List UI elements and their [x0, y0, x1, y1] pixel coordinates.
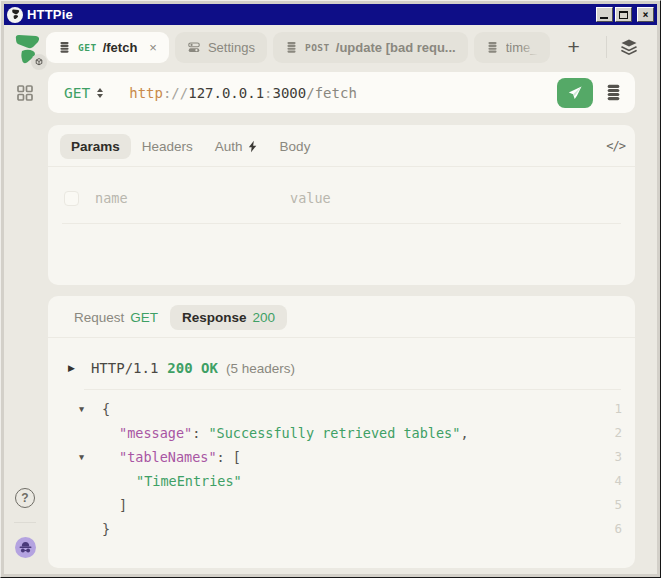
http-version: HTTP/1.1	[91, 360, 158, 376]
json-token: {	[102, 401, 110, 417]
sidebar-divider	[14, 522, 36, 523]
tab-response[interactable]: Response 200	[170, 305, 287, 330]
param-row-divider	[62, 223, 621, 224]
param-checkbox[interactable]	[64, 191, 79, 206]
plus-icon: +	[567, 35, 579, 59]
response-body: ▼ { 1 "message": "Successfully retrieved…	[48, 397, 635, 568]
database-icon	[605, 84, 622, 101]
tab-params[interactable]: Params	[60, 134, 131, 159]
method-dropdown-icon	[97, 88, 103, 98]
help-icon: ?	[21, 491, 28, 505]
settings-tab-label: Settings	[208, 40, 255, 55]
status-text: 200 OK	[167, 360, 218, 376]
sidebar: ?	[4, 25, 46, 574]
paper-plane-icon	[567, 85, 583, 101]
tab-method-label: POST	[305, 42, 330, 53]
grid-apps-button[interactable]	[15, 83, 35, 103]
httpie-logo[interactable]	[13, 34, 43, 68]
minimize-button[interactable]	[596, 7, 613, 22]
tab-auth[interactable]: Auth	[204, 134, 269, 159]
close-tab-icon[interactable]: ×	[149, 40, 157, 55]
param-row: name value	[64, 181, 621, 215]
url-host: 127.0.0.1	[188, 85, 264, 101]
new-tab-button[interactable]: +	[560, 33, 588, 61]
request-tab-fetch[interactable]: GET /fetch ×	[46, 32, 169, 63]
url-colon: :	[264, 85, 272, 101]
json-token: ]	[119, 497, 127, 513]
code-icon: </>	[606, 139, 625, 153]
tab-method-label: GET	[78, 42, 97, 53]
card-divider	[48, 337, 635, 338]
minimize-icon	[600, 17, 608, 19]
tab-path-label: /fetch	[103, 40, 138, 55]
settings-tab[interactable]: Settings	[175, 32, 267, 63]
param-value-input[interactable]: value	[290, 190, 621, 206]
help-button[interactable]: ?	[15, 488, 35, 508]
tabstrip-divider	[606, 36, 607, 58]
user-avatar[interactable]	[15, 537, 36, 558]
request-editor-card: Params Headers Auth Body	[48, 125, 635, 285]
fold-caret-icon[interactable]: ▼	[79, 397, 84, 421]
workspace-badge[interactable]	[31, 54, 47, 70]
fold-caret-icon[interactable]: ▼	[79, 445, 84, 469]
response-tab-label: Response	[182, 310, 247, 325]
collection-icon	[486, 41, 499, 54]
window-frame: HTTPie ×	[0, 0, 661, 578]
line-number: 3	[600, 445, 622, 469]
request-tab-label: Request	[74, 310, 124, 325]
saved-requests-button[interactable]	[601, 81, 625, 105]
environments-layers-button[interactable]	[615, 33, 643, 61]
url-port: 3000	[273, 85, 307, 101]
json-line: "message": "Successfully retrieved table…	[48, 421, 635, 445]
layers-icon	[620, 38, 638, 56]
lightning-bolt-icon	[248, 140, 258, 153]
json-string: "Successfully retrieved tables"	[208, 425, 460, 441]
params-tab-label: Params	[71, 139, 120, 154]
app-root: ?	[4, 25, 657, 574]
request-editor-tabs: Params Headers Auth Body	[60, 131, 625, 161]
response-tabs: Request GET Response 200	[62, 302, 625, 332]
json-string: "TimeEntries"	[136, 473, 242, 489]
line-number: 1	[600, 397, 622, 421]
status-line[interactable]: ▶ HTTP/1.1 200 OK (5 headers)	[68, 360, 621, 376]
tab-body[interactable]: Body	[269, 134, 322, 159]
headers-tab-label: Headers	[142, 139, 193, 154]
url-input[interactable]: http://127.0.0.1:3000/fetch	[129, 85, 557, 101]
line-number: 2	[600, 421, 622, 445]
auth-tab-label: Auth	[215, 139, 243, 154]
status-code-badge: 200	[253, 310, 276, 325]
line-number: 4	[600, 469, 622, 493]
maximize-button[interactable]	[615, 7, 632, 22]
json-token: ,	[460, 425, 468, 441]
param-name-input[interactable]: name	[95, 190, 290, 206]
method-label: GET	[64, 85, 90, 101]
json-line: ▼ "tableNames": [ 3	[48, 445, 635, 469]
json-line: } 6	[48, 517, 635, 541]
request-method-badge: GET	[130, 310, 158, 325]
request-tab-update[interactable]: POST /update [bad requ...	[273, 32, 468, 63]
settings-toggles-icon	[187, 41, 201, 54]
tab-strip: GET /fetch × Settings	[46, 31, 657, 63]
request-tab-time[interactable]: time_	[474, 32, 550, 63]
send-button[interactable]	[557, 78, 593, 108]
url-bar: GET http://127.0.0.1:3000/fetch	[48, 72, 635, 113]
card-divider	[48, 166, 635, 167]
json-line: "TimeEntries" 4	[48, 469, 635, 493]
collection-icon	[285, 41, 298, 54]
tab-request[interactable]: Request GET	[62, 305, 170, 330]
body-tab-label: Body	[280, 139, 311, 154]
window-titlebar: HTTPie ×	[4, 4, 657, 25]
line-number: 6	[600, 517, 622, 541]
close-button[interactable]: ×	[637, 7, 654, 22]
method-selector[interactable]: GET	[64, 85, 103, 101]
json-line: ▼ { 1	[48, 397, 635, 421]
code-preview-button[interactable]: </>	[606, 139, 625, 153]
json-key: "message"	[119, 425, 192, 441]
status-divider	[84, 389, 621, 390]
tab-headers[interactable]: Headers	[131, 134, 204, 159]
caret-right-icon: ▶	[68, 363, 75, 373]
url-path: /fetch	[306, 85, 357, 101]
json-token: :	[192, 425, 208, 441]
window-title: HTTPie	[27, 7, 73, 22]
close-icon: ×	[642, 9, 648, 20]
